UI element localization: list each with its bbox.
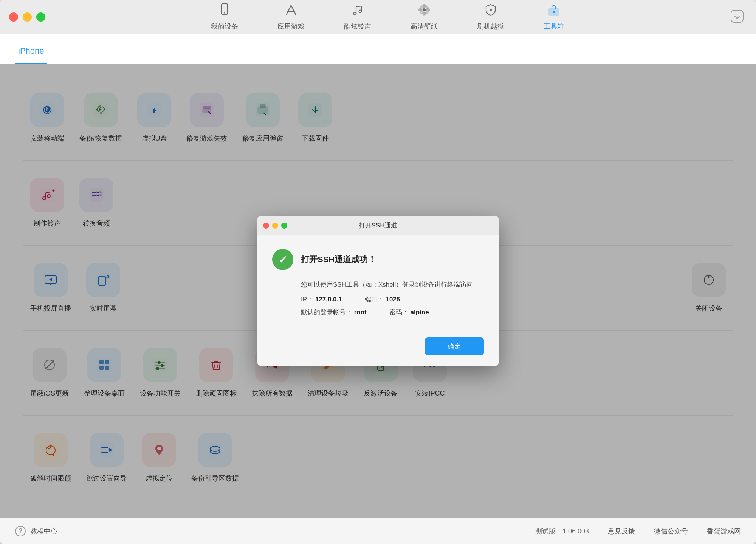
apps-icon: [284, 3, 298, 20]
checkmark-icon: ✓: [279, 253, 287, 266]
close-button[interactable]: [9, 12, 18, 22]
nav-ringtones[interactable]: 酷炫铃声: [339, 0, 376, 34]
success-row: ✓ 打开SSH通道成功！: [272, 249, 484, 270]
statusbar-left: ? 教程中心: [15, 526, 535, 536]
main-window: 我的设备 应用游戏: [0, 0, 756, 544]
password-label-text: 密码：: [389, 309, 409, 316]
modal-title: 打开SSH通道: [359, 221, 398, 230]
nav-apps-label: 应用游戏: [277, 22, 305, 31]
modal-info: 您可以使用SSH工具（如：Xshell）登录到设备进行终端访问 IP： 127.…: [301, 279, 484, 318]
tab-iphone[interactable]: iPhone: [15, 46, 47, 64]
svg-rect-16: [553, 11, 555, 13]
nav-apps-games[interactable]: 应用游戏: [273, 0, 309, 34]
ip-label: IP： 127.0.0.1: [301, 294, 342, 306]
success-icon: ✓: [272, 249, 293, 270]
modal-overlay: 打开SSH通道 ✓ 打开SSH通道成功！ 您可以使用SSH工具（如：Xshell…: [0, 64, 756, 518]
device-icon: [218, 3, 231, 20]
ssh-desc: 您可以使用SSH工具（如：Xshell）登录到设备进行终端访问: [301, 279, 484, 291]
statusbar-right: 测试版：1.06.003 意见反馈 微信公众号 香蛋游戏网: [535, 527, 741, 536]
nav-ringtones-label: 酷炫铃声: [344, 22, 371, 31]
tutorial-icon: ?: [15, 526, 26, 536]
success-text: 打开SSH通道成功！: [301, 254, 376, 265]
music-icon: [351, 3, 364, 20]
titlebar: 我的设备 应用游戏: [0, 0, 756, 34]
ip-value: 127.0.0.1: [315, 296, 342, 303]
download-icon: [730, 9, 745, 24]
statusbar: ? 教程中心 测试版：1.06.003 意见反馈 微信公众号 香蛋游戏网: [0, 518, 756, 544]
modal-body: ✓ 打开SSH通道成功！ 您可以使用SSH工具（如：Xshell）登录到设备进行…: [257, 235, 499, 330]
ssh-modal: 打开SSH通道 ✓ 打开SSH通道成功！ 您可以使用SSH工具（如：Xshell…: [257, 216, 499, 366]
modal-titlebar: 打开SSH通道: [257, 216, 499, 235]
version-label: 测试版：1.06.003: [535, 527, 589, 536]
confirm-button[interactable]: 确定: [425, 337, 484, 355]
modal-info-detail: IP： 127.0.0.1 端口： 1025 默认的登录帐号: [301, 294, 484, 318]
nav-my-device[interactable]: 我的设备: [206, 0, 243, 34]
minimize-button[interactable]: [23, 12, 32, 22]
svg-point-14: [490, 9, 492, 11]
download-area[interactable]: [730, 9, 756, 25]
nav-jailbreak[interactable]: 刷机越狱: [472, 0, 509, 34]
modal-footer: 确定: [257, 330, 499, 366]
ip-label-text: IP：: [301, 296, 313, 303]
main-content: ⓘ U 安装移动端 备份/恢复数据: [0, 64, 756, 518]
flower-icon: [417, 3, 431, 20]
modal-close-button[interactable]: [263, 223, 269, 229]
modal-minimize-button[interactable]: [272, 223, 278, 229]
tutorial-label[interactable]: 教程中心: [30, 527, 57, 536]
nav-my-device-label: 我的设备: [211, 22, 238, 31]
toolbox-icon: [547, 3, 561, 20]
tabbar: iPhone: [0, 34, 756, 64]
maximize-button[interactable]: [36, 12, 45, 22]
nav-toolbox-label: 工具箱: [544, 22, 564, 31]
nav-wallpapers-label: 高清壁纸: [411, 22, 438, 31]
nav-jailbreak-label: 刷机越狱: [477, 22, 504, 31]
traffic-lights: [0, 12, 45, 22]
login-label: 默认的登录帐号： root: [301, 307, 367, 318]
nav-toolbox[interactable]: 工具箱: [539, 0, 569, 34]
port-label-text: 端口：: [365, 296, 384, 303]
partner-label[interactable]: 香蛋游戏网: [707, 527, 741, 536]
port-label: 端口： 1025: [365, 294, 400, 306]
ip-row: IP： 127.0.0.1 端口： 1025: [301, 294, 484, 306]
wechat-label[interactable]: 微信公众号: [654, 527, 688, 536]
password-value: alpine: [411, 309, 429, 316]
login-value: root: [354, 309, 367, 316]
modal-traffic-lights: [263, 223, 287, 229]
main-nav: 我的设备 应用游戏: [45, 0, 730, 34]
svg-point-1: [224, 12, 225, 13]
login-label-text: 默认的登录帐号：: [301, 309, 352, 316]
nav-wallpapers[interactable]: 高清壁纸: [406, 0, 442, 34]
password-label: 密码： alpine: [389, 307, 429, 318]
port-value: 1025: [386, 296, 400, 303]
shield-icon: [484, 3, 497, 20]
svg-point-5: [423, 8, 426, 11]
feedback-label[interactable]: 意见反馈: [608, 527, 635, 536]
modal-maximize-button[interactable]: [281, 223, 287, 229]
login-row: 默认的登录帐号： root 密码： alpine: [301, 307, 484, 318]
